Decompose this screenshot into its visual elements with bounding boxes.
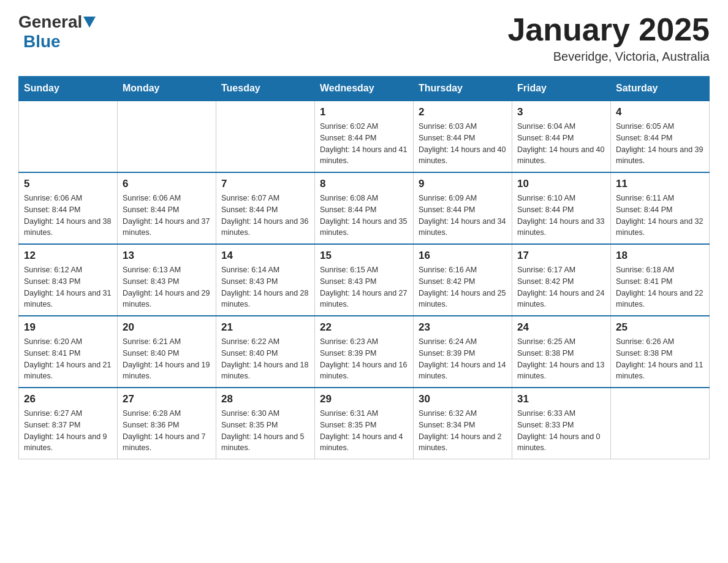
day-number: 30 xyxy=(419,393,507,405)
day-cell-31: 31Sunrise: 6:33 AM Sunset: 8:33 PM Dayli… xyxy=(512,388,611,459)
weekday-header-friday: Friday xyxy=(512,77,611,101)
day-cell-12: 12Sunrise: 6:12 AM Sunset: 8:43 PM Dayli… xyxy=(19,244,118,316)
day-number: 19 xyxy=(24,321,112,334)
day-cell-20: 20Sunrise: 6:21 AM Sunset: 8:40 PM Dayli… xyxy=(118,316,216,388)
day-number: 7 xyxy=(221,178,309,190)
day-info: Sunrise: 6:12 AM Sunset: 8:43 PM Dayligh… xyxy=(24,264,112,310)
logo-triangle-icon xyxy=(83,17,96,28)
day-info: Sunrise: 6:09 AM Sunset: 8:44 PM Dayligh… xyxy=(419,193,507,239)
day-number: 29 xyxy=(320,393,408,405)
day-info: Sunrise: 6:07 AM Sunset: 8:44 PM Dayligh… xyxy=(221,193,309,239)
day-number: 11 xyxy=(616,178,704,190)
day-number: 31 xyxy=(517,393,605,405)
day-cell-7: 7Sunrise: 6:07 AM Sunset: 8:44 PM Daylig… xyxy=(216,172,315,244)
day-cell-21: 21Sunrise: 6:22 AM Sunset: 8:40 PM Dayli… xyxy=(216,316,315,388)
calendar-header-row: SundayMondayTuesdayWednesdayThursdayFrid… xyxy=(19,77,710,101)
day-number: 16 xyxy=(419,250,507,262)
weekday-header-sunday: Sunday xyxy=(19,77,118,101)
day-cell-8: 8Sunrise: 6:08 AM Sunset: 8:44 PM Daylig… xyxy=(315,172,414,244)
week-row-3: 12Sunrise: 6:12 AM Sunset: 8:43 PM Dayli… xyxy=(19,244,710,316)
day-cell-17: 17Sunrise: 6:17 AM Sunset: 8:42 PM Dayli… xyxy=(512,244,611,316)
weekday-header-saturday: Saturday xyxy=(611,77,710,101)
weekday-header-thursday: Thursday xyxy=(414,77,512,101)
day-info: Sunrise: 6:32 AM Sunset: 8:34 PM Dayligh… xyxy=(419,408,507,454)
day-info: Sunrise: 6:13 AM Sunset: 8:43 PM Dayligh… xyxy=(123,264,211,310)
week-row-2: 5Sunrise: 6:06 AM Sunset: 8:44 PM Daylig… xyxy=(19,172,710,244)
day-info: Sunrise: 6:06 AM Sunset: 8:44 PM Dayligh… xyxy=(24,193,112,239)
day-number: 6 xyxy=(123,178,211,190)
logo: General Blue xyxy=(18,12,97,52)
day-cell-24: 24Sunrise: 6:25 AM Sunset: 8:38 PM Dayli… xyxy=(512,316,611,388)
day-info: Sunrise: 6:05 AM Sunset: 8:44 PM Dayligh… xyxy=(616,121,704,167)
day-cell-29: 29Sunrise: 6:31 AM Sunset: 8:35 PM Dayli… xyxy=(315,388,414,459)
day-cell-22: 22Sunrise: 6:23 AM Sunset: 8:39 PM Dayli… xyxy=(315,316,414,388)
day-number: 25 xyxy=(616,321,704,334)
day-number: 9 xyxy=(419,178,507,190)
day-cell-3: 3Sunrise: 6:04 AM Sunset: 8:44 PM Daylig… xyxy=(512,101,611,172)
day-cell-4: 4Sunrise: 6:05 AM Sunset: 8:44 PM Daylig… xyxy=(611,101,710,172)
weekday-header-tuesday: Tuesday xyxy=(216,77,315,101)
day-info: Sunrise: 6:27 AM Sunset: 8:37 PM Dayligh… xyxy=(24,408,112,454)
day-info: Sunrise: 6:04 AM Sunset: 8:44 PM Dayligh… xyxy=(517,121,605,167)
day-info: Sunrise: 6:26 AM Sunset: 8:38 PM Dayligh… xyxy=(616,336,704,382)
page-header: General Blue January 2025 Beveridge, Vic… xyxy=(18,12,710,64)
day-cell-28: 28Sunrise: 6:30 AM Sunset: 8:35 PM Dayli… xyxy=(216,388,315,459)
empty-cell xyxy=(611,388,710,459)
empty-cell xyxy=(216,101,315,172)
day-number: 8 xyxy=(320,178,408,190)
day-info: Sunrise: 6:16 AM Sunset: 8:42 PM Dayligh… xyxy=(419,264,507,310)
day-number: 1 xyxy=(320,106,408,118)
day-cell-30: 30Sunrise: 6:32 AM Sunset: 8:34 PM Dayli… xyxy=(414,388,512,459)
empty-cell xyxy=(19,101,118,172)
day-number: 26 xyxy=(24,393,112,405)
day-cell-23: 23Sunrise: 6:24 AM Sunset: 8:39 PM Dayli… xyxy=(414,316,512,388)
day-cell-14: 14Sunrise: 6:14 AM Sunset: 8:43 PM Dayli… xyxy=(216,244,315,316)
location-title: Beveridge, Victoria, Australia xyxy=(507,50,710,64)
day-info: Sunrise: 6:03 AM Sunset: 8:44 PM Dayligh… xyxy=(419,121,507,167)
day-info: Sunrise: 6:14 AM Sunset: 8:43 PM Dayligh… xyxy=(221,264,309,310)
day-info: Sunrise: 6:31 AM Sunset: 8:35 PM Dayligh… xyxy=(320,408,408,454)
weekday-header-wednesday: Wednesday xyxy=(315,77,414,101)
day-cell-9: 9Sunrise: 6:09 AM Sunset: 8:44 PM Daylig… xyxy=(414,172,512,244)
day-number: 23 xyxy=(419,321,507,334)
day-cell-18: 18Sunrise: 6:18 AM Sunset: 8:41 PM Dayli… xyxy=(611,244,710,316)
day-number: 4 xyxy=(616,106,704,118)
day-cell-15: 15Sunrise: 6:15 AM Sunset: 8:43 PM Dayli… xyxy=(315,244,414,316)
day-cell-11: 11Sunrise: 6:11 AM Sunset: 8:44 PM Dayli… xyxy=(611,172,710,244)
day-number: 2 xyxy=(419,106,507,118)
day-info: Sunrise: 6:23 AM Sunset: 8:39 PM Dayligh… xyxy=(320,336,408,382)
week-row-5: 26Sunrise: 6:27 AM Sunset: 8:37 PM Dayli… xyxy=(19,388,710,459)
day-number: 14 xyxy=(221,250,309,262)
day-cell-13: 13Sunrise: 6:13 AM Sunset: 8:43 PM Dayli… xyxy=(118,244,216,316)
day-cell-6: 6Sunrise: 6:06 AM Sunset: 8:44 PM Daylig… xyxy=(118,172,216,244)
day-info: Sunrise: 6:25 AM Sunset: 8:38 PM Dayligh… xyxy=(517,336,605,382)
day-info: Sunrise: 6:33 AM Sunset: 8:33 PM Dayligh… xyxy=(517,408,605,454)
day-cell-16: 16Sunrise: 6:16 AM Sunset: 8:42 PM Dayli… xyxy=(414,244,512,316)
month-title: January 2025 xyxy=(507,12,710,47)
day-cell-25: 25Sunrise: 6:26 AM Sunset: 8:38 PM Dayli… xyxy=(611,316,710,388)
day-info: Sunrise: 6:11 AM Sunset: 8:44 PM Dayligh… xyxy=(616,193,704,239)
day-number: 17 xyxy=(517,250,605,262)
day-number: 27 xyxy=(123,393,211,405)
day-number: 10 xyxy=(517,178,605,190)
day-info: Sunrise: 6:17 AM Sunset: 8:42 PM Dayligh… xyxy=(517,264,605,310)
day-info: Sunrise: 6:10 AM Sunset: 8:44 PM Dayligh… xyxy=(517,193,605,239)
day-info: Sunrise: 6:22 AM Sunset: 8:40 PM Dayligh… xyxy=(221,336,309,382)
day-number: 5 xyxy=(24,178,112,190)
day-info: Sunrise: 6:08 AM Sunset: 8:44 PM Dayligh… xyxy=(320,193,408,239)
logo-general-text: General xyxy=(18,12,82,32)
day-number: 22 xyxy=(320,321,408,334)
day-cell-19: 19Sunrise: 6:20 AM Sunset: 8:41 PM Dayli… xyxy=(19,316,118,388)
day-cell-27: 27Sunrise: 6:28 AM Sunset: 8:36 PM Dayli… xyxy=(118,388,216,459)
day-info: Sunrise: 6:28 AM Sunset: 8:36 PM Dayligh… xyxy=(123,408,211,454)
day-info: Sunrise: 6:20 AM Sunset: 8:41 PM Dayligh… xyxy=(24,336,112,382)
calendar-table: SundayMondayTuesdayWednesdayThursdayFrid… xyxy=(18,76,710,459)
week-row-4: 19Sunrise: 6:20 AM Sunset: 8:41 PM Dayli… xyxy=(19,316,710,388)
day-info: Sunrise: 6:15 AM Sunset: 8:43 PM Dayligh… xyxy=(320,264,408,310)
day-number: 12 xyxy=(24,250,112,262)
day-info: Sunrise: 6:30 AM Sunset: 8:35 PM Dayligh… xyxy=(221,408,309,454)
day-number: 20 xyxy=(123,321,211,334)
logo-blue-text: Blue xyxy=(23,32,61,51)
day-cell-26: 26Sunrise: 6:27 AM Sunset: 8:37 PM Dayli… xyxy=(19,388,118,459)
day-cell-1: 1Sunrise: 6:02 AM Sunset: 8:44 PM Daylig… xyxy=(315,101,414,172)
